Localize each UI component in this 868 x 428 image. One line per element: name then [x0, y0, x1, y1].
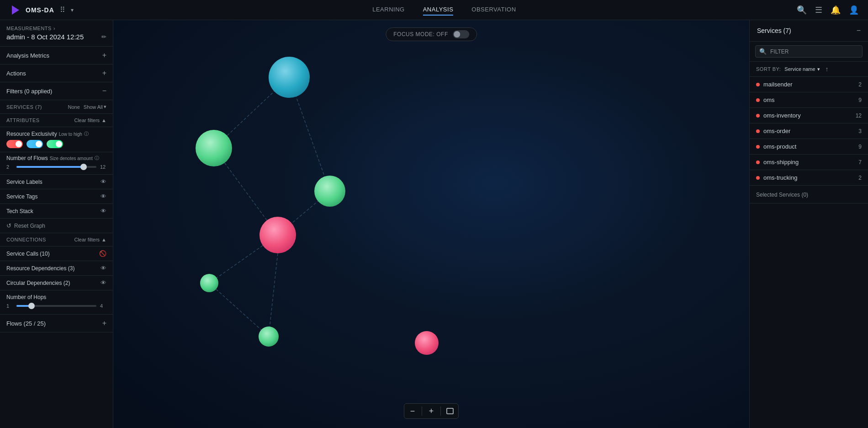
resource-dependencies-label: Resource Dependencies (3)	[6, 265, 74, 272]
analysis-metrics-label: Analysis Metrics	[6, 52, 49, 59]
menu-icon[interactable]: ☰	[815, 5, 822, 15]
services-list: mailsender 2 oms 9 oms-inventory 12	[750, 77, 868, 186]
search-icon[interactable]: 🔍	[797, 5, 807, 15]
show-all-button[interactable]: Show All ▾	[84, 104, 106, 110]
graph-node-pink[interactable]	[259, 217, 296, 253]
service-name-oms-product: oms-product	[763, 143, 796, 150]
info-icon[interactable]: ⓘ	[84, 131, 89, 137]
flows-info-icon[interactable]: ⓘ	[95, 155, 99, 161]
zoom-separator	[422, 407, 422, 416]
service-name-mailsender: mailsender	[763, 81, 793, 88]
graph-node-cyan[interactable]	[269, 57, 310, 98]
edit-icon[interactable]: ✏	[101, 33, 106, 40]
services-filter-row: SERVICES (7) None Show All ▾	[0, 100, 113, 114]
attributes-row: ATTRIBUTES Clear filters ▲	[0, 114, 113, 127]
focus-mode-label: FOCUS MODE: OFF	[393, 31, 448, 37]
services-filter-label: SERVICES (7)	[6, 104, 42, 110]
right-sidebar-close-button[interactable]: −	[857, 27, 861, 35]
bell-icon[interactable]: 🔔	[831, 5, 841, 15]
reset-graph-row[interactable]: ↺ Reset Graph	[0, 219, 113, 233]
nav-observation[interactable]: OBSERVATION	[471, 4, 516, 16]
service-item-oms-order[interactable]: oms-order 3	[750, 123, 868, 139]
nav-learning[interactable]: LEARNING	[372, 4, 404, 16]
hops-range-handle[interactable]	[28, 303, 35, 309]
service-item-oms-trucking[interactable]: oms-trucking 2	[750, 170, 868, 186]
flows-range-handle[interactable]	[80, 164, 87, 170]
service-calls-item: Service Calls (10) 🚫	[0, 246, 113, 261]
filter-input[interactable]	[770, 48, 858, 55]
toggle-mid[interactable]	[26, 140, 43, 148]
service-item-oms-product[interactable]: oms-product 9	[750, 139, 868, 155]
main-layout: MEASUREMENTS › admin - 8 Oct 2024 12:25 …	[0, 20, 868, 428]
toggle-mid-knob	[36, 141, 42, 147]
flows-range-fill	[16, 166, 85, 168]
graph-node-green-large[interactable]	[196, 130, 232, 166]
connections-row: CONNECTIONS Clear filters ▲	[0, 233, 113, 246]
zoom-out-button[interactable]: −	[404, 404, 421, 418]
sort-direction-button[interactable]: ↑	[826, 65, 829, 73]
toggle-high[interactable]	[47, 140, 63, 148]
graph-node-green-bottom[interactable]	[259, 326, 279, 347]
toggle-low[interactable]	[6, 140, 23, 148]
service-item-mailsender[interactable]: mailsender 2	[750, 77, 868, 92]
service-item-oms[interactable]: oms 9	[750, 92, 868, 108]
connections-label: CONNECTIONS	[6, 237, 46, 242]
resource-exclusivity-label: Resource Exclusivity Low to high ⓘ	[6, 131, 106, 137]
service-tags-eye-icon[interactable]: 👁	[101, 193, 106, 200]
filters-collapse-button[interactable]: −	[102, 87, 106, 95]
sort-select[interactable]: Service name ▾	[784, 66, 820, 72]
tech-stack-eye-icon[interactable]: 👁	[101, 208, 106, 214]
tech-stack-label: Tech Stack	[6, 208, 33, 214]
top-navigation: OMS-DA ⠿ ▾ LEARNING ANALYSIS OBSERVATION…	[0, 0, 868, 20]
resource-dependencies-eye-icon[interactable]: 👁	[101, 265, 106, 272]
service-item-left: oms-product	[756, 143, 796, 150]
nav-chevron-icon: ▾	[71, 7, 74, 13]
app-logo[interactable]: OMS-DA ⠿ ▾	[9, 4, 74, 16]
zoom-fit-icon	[446, 408, 454, 414]
flows-range-row: 2 12	[6, 164, 106, 170]
connections-clear-filters-button[interactable]: Clear filters ▲	[74, 237, 106, 242]
attributes-clear-filters-button[interactable]: Clear filters ▲	[74, 118, 106, 123]
circular-dependencies-eye-icon[interactable]: 👁	[101, 279, 106, 286]
service-count-oms-inventory: 12	[856, 112, 862, 119]
service-name-oms-inventory: oms-inventory	[763, 112, 801, 119]
number-of-flows-filter: Number of Flows Size denotes amount ⓘ 2 …	[0, 152, 113, 175]
sidebar-title-row: admin - 8 Oct 2024 12:25 ✏	[6, 33, 106, 41]
reset-graph-label: Reset Graph	[14, 223, 45, 229]
service-labels-eye-icon[interactable]: 👁	[101, 178, 106, 185]
selected-services-label: Selected Services (0)	[756, 192, 808, 198]
focus-mode-toggle[interactable]	[453, 30, 469, 38]
service-count-oms-trucking: 2	[858, 175, 862, 181]
filters-label: Filters (0 applied)	[6, 88, 52, 95]
zoom-in-button[interactable]: +	[423, 404, 439, 418]
sort-row: SORT BY: Service name ▾ ↑	[750, 62, 868, 77]
analysis-metrics-add-button[interactable]: +	[102, 51, 106, 59]
service-item-left: oms-shipping	[756, 159, 799, 166]
nav-analysis[interactable]: ANALYSIS	[423, 4, 454, 16]
service-item-oms-inventory[interactable]: oms-inventory 12	[750, 108, 868, 123]
service-dot-oms-order	[756, 129, 760, 133]
hops-range-slider[interactable]	[16, 305, 96, 307]
service-calls-eye-slash-icon[interactable]: 🚫	[99, 250, 106, 257]
flows-range-slider[interactable]	[16, 166, 96, 168]
circular-dependencies-item: Circular Dependencies (2) 👁	[0, 276, 113, 290]
graph-node-pink-bottom[interactable]	[415, 331, 439, 355]
actions-add-button[interactable]: +	[102, 69, 106, 77]
flows-section: Flows (25 / 25) +	[0, 315, 113, 332]
graph-node-green-small[interactable]	[200, 274, 218, 292]
zoom-fit-button[interactable]	[442, 404, 458, 418]
graph-node-green-medium[interactable]	[314, 176, 345, 207]
attributes-label: ATTRIBUTES	[6, 118, 40, 123]
number-of-flows-sublabel: Size denotes amount	[50, 156, 93, 161]
right-sidebar-title: Services (7)	[757, 27, 791, 34]
service-item-left: oms-inventory	[756, 112, 801, 119]
hops-max-value: 4	[100, 303, 106, 309]
user-icon[interactable]: 👤	[849, 5, 859, 15]
flows-add-button[interactable]: +	[102, 319, 106, 327]
service-item-oms-shipping[interactable]: oms-shipping 7	[750, 155, 868, 170]
none-option[interactable]: None	[68, 104, 80, 110]
filter-input-row: 🔍	[750, 42, 868, 62]
sidebar-title: admin - 8 Oct 2024 12:25	[6, 33, 84, 41]
service-labels-label: Service Labels	[6, 179, 42, 185]
service-count-oms-product: 9	[858, 144, 862, 150]
